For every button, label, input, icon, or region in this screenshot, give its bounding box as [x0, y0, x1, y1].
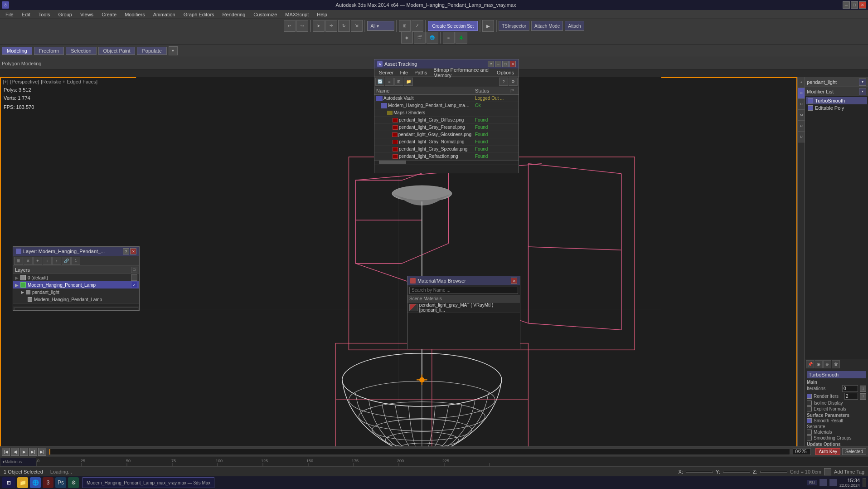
volume-icon[interactable]: [829, 479, 837, 486]
pin-stack-icon[interactable]: 📌: [806, 360, 814, 368]
explicit-normals-checkbox[interactable]: [807, 406, 812, 411]
isoline-checkbox[interactable]: [807, 401, 812, 406]
render-iters-input[interactable]: [844, 393, 858, 400]
frame-counter[interactable]: 0/225: [793, 448, 811, 455]
layer-modern-lamp-child[interactable]: Modern_Hanging_Pendant_Lamp: [13, 296, 139, 303]
asset-tb-2[interactable]: ≡: [385, 78, 394, 86]
prev-frame-button[interactable]: ◀: [11, 448, 19, 456]
material-item-0[interactable]: pendant_light_gray_MAT ( VRayMtl ) [pend…: [407, 303, 520, 313]
modern-lamp-check[interactable]: ✓: [131, 282, 137, 288]
menu-edit[interactable]: Edit: [18, 10, 34, 19]
asset-minimize-button[interactable]: ─: [495, 61, 501, 67]
asset-row-maps-folder[interactable]: Maps / Shaders: [374, 109, 519, 117]
taskbar-3dsmax[interactable]: 3: [43, 477, 53, 488]
active-app-indicator[interactable]: Modern_Hanging_Pendant_Lamp_max_vray.max…: [82, 477, 214, 488]
z-input[interactable]: [760, 471, 787, 473]
snap-button[interactable]: ⊞: [399, 20, 411, 32]
close-button[interactable]: ✕: [859, 1, 866, 9]
selected-dropdown[interactable]: Selected: [842, 448, 866, 455]
timeline-ruler[interactable]: 0 0 25 50 75 100: [0, 456, 868, 466]
asset-menu-paths[interactable]: Paths: [412, 70, 430, 75]
asset-row-refraction[interactable]: pendant_light_Refraction.png Found: [374, 153, 519, 160]
redo-button[interactable]: ↪: [296, 20, 308, 32]
layer-tb-4[interactable]: ↓: [43, 257, 52, 265]
scene-explorer-button[interactable]: 🌲: [456, 32, 467, 44]
language-indicator[interactable]: RU: [807, 480, 817, 485]
y-input[interactable]: [723, 471, 750, 473]
show-desktop-button[interactable]: [863, 478, 866, 487]
menu-modifiers[interactable]: Modifiers: [121, 10, 149, 19]
default-vis-icon[interactable]: [20, 275, 26, 280]
object-name-dropdown[interactable]: ▾: [859, 78, 866, 86]
attach-button[interactable]: Attach: [565, 21, 584, 31]
more-tabs-button[interactable]: ▾: [169, 46, 178, 55]
menu-help[interactable]: Help: [313, 10, 331, 19]
asset-row-glossiness[interactable]: pendant_light_Gray_Glossiness.png Found: [374, 131, 519, 138]
asset-help-button[interactable]: ?: [488, 61, 494, 67]
scale-button[interactable]: ⇲: [351, 20, 363, 32]
menu-create[interactable]: Create: [98, 10, 120, 19]
taskbar-chrome[interactable]: 🌐: [30, 477, 41, 488]
last-frame-button[interactable]: ▶|: [38, 448, 46, 456]
taskbar-file-explorer[interactable]: 📁: [17, 477, 28, 488]
network-icon[interactable]: [820, 479, 827, 486]
render-button[interactable]: 🎬: [414, 32, 426, 44]
utilities-tab[interactable]: U: [798, 132, 805, 142]
taskbar-other[interactable]: ⚙: [68, 477, 79, 488]
asset-row-max[interactable]: Modern_Hanging_Pendant_Lamp_max_vray.max…: [374, 102, 519, 109]
layer-scrollbar[interactable]: [13, 303, 139, 307]
asset-maximize-button[interactable]: □: [502, 61, 509, 67]
modifier-turbosmooth[interactable]: TurboSmooth: [806, 97, 867, 104]
create-selection-button[interactable]: Create Selection Set: [428, 21, 478, 31]
move-button[interactable]: ✛: [325, 20, 337, 32]
asset-tb-3[interactable]: ⊞: [394, 78, 403, 86]
clock-display[interactable]: 15:34 22.05.2024: [839, 478, 860, 488]
modifier-list-dropdown[interactable]: ▾: [859, 88, 866, 95]
layer-tb-2[interactable]: ✕: [24, 257, 33, 265]
layer-tb-1[interactable]: ⊞: [14, 257, 23, 265]
modify-tab[interactable]: ✏: [798, 88, 805, 99]
x-input[interactable]: [686, 471, 713, 473]
asset-close-button[interactable]: ✕: [509, 61, 516, 67]
asset-menu-file[interactable]: File: [397, 70, 411, 75]
asset-menu-bitmap[interactable]: Bitmap Performance and Memory: [431, 67, 493, 78]
auto-key-button[interactable]: Auto Key: [815, 448, 840, 455]
modifier-editable-poly[interactable]: Editable Poly: [806, 104, 867, 112]
asset-row-diffuse[interactable]: pendant_light_Gray_Diffuse.png Found: [374, 117, 519, 124]
asset-settings-icon[interactable]: ⚙: [509, 78, 518, 86]
viewport-corner-label[interactable]: [+]: [3, 79, 9, 84]
selection-filter[interactable]: All ▾: [367, 21, 394, 31]
render-iters-spinner[interactable]: ↕: [860, 393, 866, 400]
asset-row-vault[interactable]: Autodesk Vault Logged Out ...: [374, 95, 519, 102]
start-button[interactable]: ⊞: [2, 477, 15, 488]
environment-button[interactable]: 🌐: [427, 32, 438, 44]
tab-object-paint[interactable]: Object Paint: [98, 47, 136, 55]
menu-views[interactable]: Views: [77, 10, 97, 19]
minimize-button[interactable]: ─: [843, 1, 850, 9]
layer-tb-3[interactable]: +: [33, 257, 42, 265]
layer-help-button[interactable]: ?: [123, 248, 129, 254]
layer-pendant-light[interactable]: ▶ pendant_light: [13, 289, 139, 296]
tab-modeling[interactable]: Modeling: [2, 47, 32, 55]
material-search-input[interactable]: [409, 287, 518, 294]
layer-close-button[interactable]: ✕: [130, 248, 136, 254]
next-frame-button[interactable]: ▶|: [29, 448, 37, 456]
layer-default[interactable]: ▶ 0 (default): [13, 274, 139, 281]
select-button[interactable]: ➤: [313, 20, 325, 32]
layer-tb-7[interactable]: ⤵: [71, 257, 80, 265]
ts-inspector-button[interactable]: TSInspector: [499, 21, 529, 31]
play-anim-button[interactable]: ▶: [20, 448, 28, 456]
show-end-result-icon[interactable]: ◉: [815, 360, 823, 368]
timeline-scrubber[interactable]: [49, 449, 790, 455]
tab-freeform[interactable]: Freeform: [34, 47, 64, 55]
lock-icon[interactable]: [824, 468, 831, 475]
menu-maxscript[interactable]: MAXScript: [281, 10, 312, 19]
create-tab[interactable]: +: [798, 77, 805, 88]
smoothing-groups-checkbox[interactable]: [807, 435, 812, 440]
make-unique-icon[interactable]: ⊕: [823, 360, 831, 368]
hierarchy-tab[interactable]: H: [798, 99, 805, 110]
angle-snap-button[interactable]: ∠: [412, 20, 423, 32]
add-time-tag-label[interactable]: Add Time Tag: [834, 469, 864, 474]
asset-row-specular[interactable]: pendant_light_Gray_Specular.png Found: [374, 146, 519, 153]
viewport-render-mode[interactable]: [Realistic + Edged Faces]: [41, 79, 97, 84]
